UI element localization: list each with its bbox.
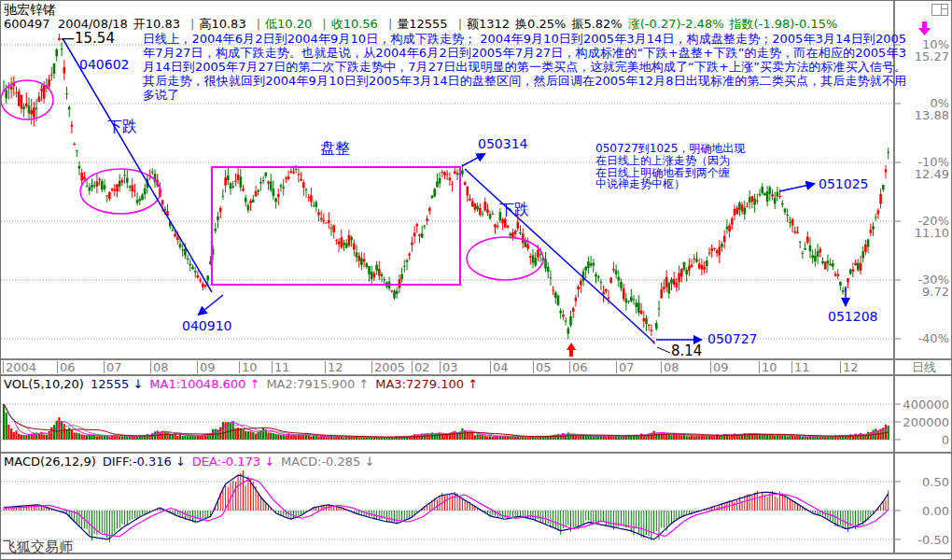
chart-annotation-label: 051208 — [828, 309, 877, 324]
indicator-header-field: MA3:7279.100 ↑ — [375, 377, 478, 391]
quote-field: 指数(-1.98)-0.15% — [730, 17, 838, 31]
split-window-icon[interactable] — [931, 4, 948, 16]
chart-annotation-label: 050727 — [707, 331, 757, 346]
price-axis-price-label: 13.88 — [903, 108, 949, 122]
time-axis-month-label: 07 — [616, 361, 635, 373]
analysis-right-block-line: 050727到1025，明确地出现 — [595, 143, 745, 155]
quote-field: 换0.25% — [515, 17, 566, 31]
chart-annotation-label: 下跌 — [107, 118, 137, 137]
price-axis-price-label: 15.27 — [903, 49, 949, 63]
time-axis-month-label: 10 — [759, 361, 777, 373]
macd-axis-label: 0.00 — [899, 504, 949, 518]
volume-axis-label: 400000 — [899, 398, 949, 412]
time-axis-month-label: 12 — [325, 361, 343, 373]
quote-field: 收10.56 — [331, 17, 378, 31]
split-window-divider — [941, 5, 942, 15]
time-axis-month-label: 07 — [104, 361, 122, 373]
quote-field: 额1312 — [467, 17, 510, 31]
quote-fields: 开10.83|高10.83|低10.20|收10.56|量12555|额1312… — [133, 17, 843, 31]
chart-annotation-label: 051025 — [819, 176, 868, 191]
quote-separator: | — [388, 17, 392, 31]
quote-separator: | — [190, 17, 194, 31]
chart-annotation-label: 盘整 — [320, 139, 350, 159]
time-axis-month-label: 08 — [661, 361, 679, 373]
time-axis-month-label: 06 — [57, 361, 76, 373]
indicator-header-field: DEA:-0.173 ↓ — [192, 455, 274, 469]
app-window: 驰宏锌锗 600497 2004/08/18开10.83|高10.83|低10.… — [0, 0, 952, 560]
quote-line: 600497 2004/08/18开10.83|高10.83|低10.20|收1… — [4, 16, 843, 33]
quote-field: 高10.83 — [199, 17, 245, 31]
indicator-header-field: MACD(26,12,9) — [4, 455, 96, 469]
time-axis-month-label: 11 — [272, 361, 290, 373]
time-axis-month-label: 09 — [197, 361, 216, 373]
time-axis-month-label: 04 — [490, 361, 509, 373]
analysis-right-block: 050727到1025，明确地出现在日线上的上涨走势（因为在日线上明确地看到两个… — [595, 143, 745, 190]
chart-annotation-label: 050314 — [478, 136, 527, 151]
analysis-paragraph: 日线上，2004年6月2日到2004年9月10日，构成下跌走势； 2004年9月… — [143, 32, 906, 102]
analysis-right-block-line: 中说禅走势中枢） — [595, 178, 745, 190]
quote-separator: | — [458, 17, 462, 31]
macd-axis-label: 0.50 — [899, 475, 949, 489]
stock-code-date: 600497 2004/08/18 — [4, 17, 128, 31]
quote-field: 低10.20 — [265, 17, 312, 31]
time-axis-month-label: 08 — [150, 361, 169, 373]
price-axis-price-label: 9.72 — [903, 285, 949, 299]
indicator-header-field: MACD:-0.285 ↓ — [281, 455, 374, 469]
volume-axis-label: 200000 — [899, 415, 949, 429]
time-axis-month-label: 03 — [440, 361, 458, 373]
indicator-header-field: DIFF:-0.316 ↓ — [103, 455, 186, 469]
time-axis-month-label: 12 — [840, 361, 859, 373]
quote-field: 开10.83 — [133, 17, 180, 31]
quote-field: 涨(-0.27)-2.48% — [628, 17, 724, 31]
indicator-header-field: MA2:7915.900 ↑ — [266, 377, 369, 391]
time-axis-month-label: 2005 — [371, 361, 405, 373]
chart-annotation-label: 040602 — [79, 57, 129, 72]
indicator-header-field: 12555 ↓ — [91, 377, 143, 391]
macd-axis-label: -0.50 — [899, 533, 949, 547]
volume-axis-label: 0 — [899, 433, 949, 447]
quote-separator: | — [322, 17, 326, 31]
price-axis-price-label: 11.10 — [903, 226, 949, 240]
indicator-header-field: VOL(5,10,20) — [4, 377, 84, 391]
quote-field: 振5.82% — [571, 17, 622, 31]
quote-field: 量12555 — [397, 17, 447, 31]
quote-separator: | — [257, 17, 260, 31]
price-axis-price-label: 12.49 — [903, 167, 949, 181]
time-axis-month-label: 11 — [791, 361, 810, 373]
time-axis-month-label: 09 — [710, 361, 729, 373]
time-axis-month-label: 06 — [569, 361, 588, 373]
indicator-header-field: MA1:10048.600 ↑ — [149, 377, 259, 391]
time-axis-month-label: 10 — [239, 361, 258, 373]
split-window-divider2 — [941, 8, 947, 9]
chart-annotation-label: 下跌 — [499, 201, 529, 220]
chart-annotation-label: —15.54 — [61, 30, 115, 47]
analysis-right-block-line: 在日线上的上涨走势（因为 — [595, 155, 745, 167]
macd-indicator-header: MACD(26,12,9)DIFF:-0.316 ↓DEA:-0.173 ↓MA… — [4, 455, 381, 469]
time-axis-month-label: 2004 — [3, 361, 36, 373]
price-axis-pct-label: -40% — [903, 331, 949, 345]
time-axis-month-label: 05 — [533, 361, 552, 373]
vol-indicator-header: VOL(5,10,20)12555 ↓MA1:10048.600 ↑MA2:79… — [4, 377, 484, 391]
chart-annotation-label: 8.14 — [671, 343, 702, 359]
vendor-watermark: 飞狐交易师 — [3, 539, 73, 556]
period-label[interactable]: 日线 — [895, 360, 952, 374]
chart-annotation-label: 040910 — [182, 318, 231, 333]
time-axis-month-label: 02 — [412, 361, 430, 373]
